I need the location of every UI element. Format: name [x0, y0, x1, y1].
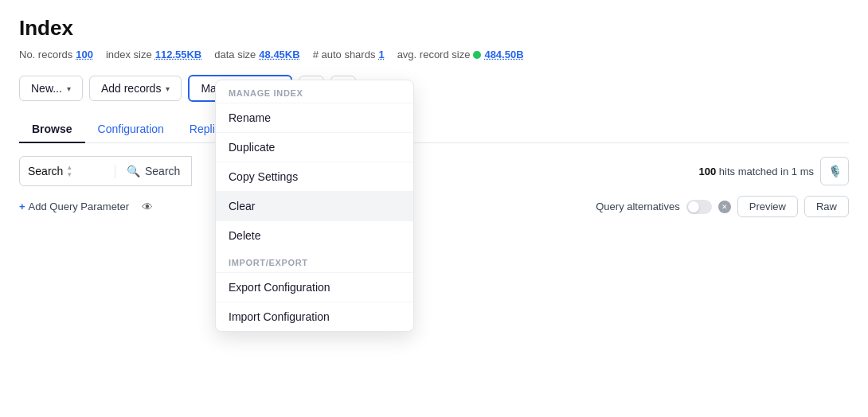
new-button-label: New...	[31, 82, 62, 95]
search-icon: 🔍	[127, 165, 140, 177]
arrow-up-icon: ▲	[66, 165, 72, 171]
toggle-close-icon[interactable]: ✕	[718, 201, 731, 213]
query-row: + Add Query Parameter 👁 Query alternativ…	[19, 196, 849, 217]
search-button-label: Search	[145, 165, 180, 177]
query-alternatives-label: Query alternatives	[596, 201, 680, 212]
add-query-param-button[interactable]: + Add Query Parameter	[19, 201, 129, 212]
search-input-area[interactable]: Search ▲ ▼	[20, 165, 115, 178]
tab-browse[interactable]: Browse	[19, 116, 85, 143]
no-records-label: No. records	[19, 49, 72, 60]
no-records-value: 100	[76, 49, 93, 60]
data-size-value: 48.45KB	[259, 49, 299, 60]
auto-shards-value: 1	[378, 49, 384, 60]
auto-shards-stat: # auto shards 1	[313, 49, 385, 60]
auto-shards-label: # auto shards	[313, 49, 376, 60]
new-chevron-icon: ▾	[67, 84, 71, 93]
microphone-icon: 🎙️	[828, 165, 842, 177]
arrow-down-icon: ▼	[66, 172, 72, 178]
dropdown-item-duplicate[interactable]: Duplicate	[216, 132, 413, 162]
dropdown-item-delete[interactable]: Delete	[216, 220, 413, 250]
search-input: Search	[28, 165, 63, 177]
query-alternatives: Query alternatives ✕ Preview Raw	[596, 196, 849, 217]
tab-configuration[interactable]: Configuration	[85, 116, 177, 143]
manage-index-dropdown: MANAGE INDEX Rename Duplicate Copy Setti…	[215, 80, 414, 332]
preview-button[interactable]: Preview	[737, 196, 798, 217]
dropdown-item-import-config[interactable]: Import Configuration	[216, 302, 413, 331]
green-status-dot	[473, 51, 481, 59]
add-records-chevron-icon: ▾	[166, 84, 170, 93]
add-query-param-label: Add Query Parameter	[29, 201, 129, 212]
toggle-knob	[688, 201, 699, 212]
index-size-label: index size	[106, 49, 152, 60]
new-button[interactable]: New... ▾	[19, 76, 83, 101]
query-alternatives-toggle[interactable]	[686, 200, 712, 214]
dropdown-item-export-config[interactable]: Export Configuration	[216, 272, 413, 302]
index-size-stat: index size 112.55KB	[106, 49, 201, 60]
spinner-arrows[interactable]: ▲ ▼	[66, 165, 72, 178]
avg-record-label: avg. record size	[397, 49, 471, 60]
index-size-value: 112.55KB	[155, 49, 202, 60]
eye-icon[interactable]: 👁	[142, 201, 153, 213]
add-records-button[interactable]: Add records ▾	[89, 76, 182, 101]
search-row: Search ▲ ▼ 🔍 Search 100 hits matched in …	[19, 156, 849, 186]
data-size-label: data size	[214, 49, 256, 60]
dropdown-item-rename[interactable]: Rename	[216, 103, 413, 132]
avg-record-value: 484.50B	[484, 49, 523, 60]
tabs-bar: Browse Configuration Replicas nos	[19, 116, 849, 143]
dropdown-item-clear[interactable]: Clear	[216, 191, 413, 220]
add-records-label: Add records	[101, 82, 161, 95]
dropdown-item-copy-settings[interactable]: Copy Settings	[216, 162, 413, 191]
data-size-stat: data size 48.45KB	[214, 49, 299, 60]
plus-icon: +	[19, 201, 25, 212]
raw-button[interactable]: Raw	[804, 196, 849, 217]
avg-record-stat: avg. record size 484.50B	[397, 49, 524, 60]
import-export-section-label: IMPORT/EXPORT	[216, 250, 413, 272]
page-container: Index No. records 100 index size 112.55K…	[0, 0, 868, 417]
search-button[interactable]: 🔍 Search	[115, 165, 191, 177]
search-box: Search ▲ ▼ 🔍 Search	[19, 156, 192, 186]
hits-info: 100 hits matched in 1 ms	[698, 166, 814, 177]
stats-bar: No. records 100 index size 112.55KB data…	[19, 49, 849, 60]
no-records-stat: No. records 100	[19, 49, 93, 60]
page-title: Index	[19, 16, 849, 41]
microphone-button[interactable]: 🎙️	[820, 157, 849, 185]
manage-index-section-label: MANAGE INDEX	[216, 80, 413, 103]
toolbar: New... ▾ Add records ▾ Manage index ▾ ⧉ …	[19, 75, 849, 102]
